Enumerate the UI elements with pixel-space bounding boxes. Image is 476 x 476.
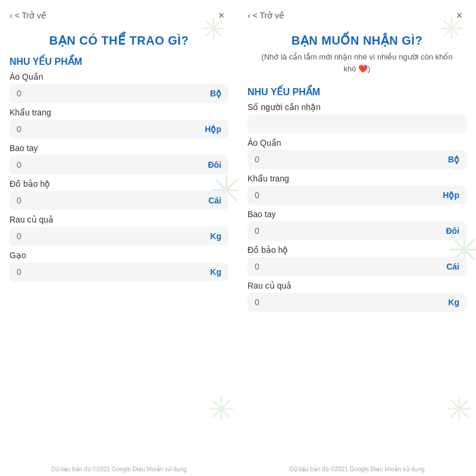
close-button-2[interactable]: × — [452, 8, 466, 23]
field-label-bao-tay-2: Bao tay — [248, 209, 466, 219]
field-row-bao-tay-1: Đôi — [10, 155, 228, 174]
field-label-do-bao-ho-2: Đồ bảo hộ — [248, 245, 466, 255]
field-label-khau-trang-1: Khẩu trang — [10, 108, 228, 117]
back-label-2: < Trở về — [253, 11, 284, 20]
panel1-section-title: NHU YẾU PHẨM — [10, 56, 228, 67]
field-unit-do-bao-ho-2: Cái — [441, 262, 459, 271]
panel-receive: ✳ ✳ ✳ ‹ < Trở về × BẠN MUỐN NHẬN GÌ? (Nh… — [238, 0, 476, 476]
field-label-do-bao-ho-1: Đồ bảo hộ — [10, 179, 228, 189]
back-button-2[interactable]: ‹ < Trở về — [248, 11, 284, 20]
field-label-so-nguoi: Số người cần nhận — [248, 102, 466, 112]
field-unit-rau-cu-qua-2: Kg — [441, 298, 459, 307]
field-input-khau-trang-2[interactable] — [255, 190, 441, 200]
field-row-rau-cu-qua-2: Kg — [248, 293, 466, 312]
field-row-khau-trang-2: Hộp — [248, 186, 466, 205]
field-label-khau-trang-2: Khẩu trang — [248, 174, 466, 183]
field-row-ao-quan-1: Bộ — [10, 84, 228, 103]
back-label-1: < Trở về — [15, 11, 46, 20]
field-input-gao-1[interactable] — [17, 267, 203, 277]
field-unit-rau-cu-qua-1: Kg — [203, 231, 221, 241]
field-unit-bao-tay-2: Đôi — [441, 226, 459, 236]
field-row-gao-1: Kg — [10, 262, 228, 281]
chevron-left-icon-2: ‹ — [248, 11, 250, 20]
field-input-khau-trang-1[interactable] — [17, 124, 203, 134]
field-row-do-bao-ho-1: Cái — [10, 191, 228, 210]
panel1-scroll: NHU YẾU PHẨM Áo Quần Bộ Khẩu trang Hộp B… — [0, 50, 238, 462]
field-input-bao-tay-2[interactable] — [255, 226, 441, 236]
panel2-section-title: NHU YẾU PHẨM — [248, 86, 466, 98]
field-unit-ao-quan-1: Bộ — [203, 89, 221, 98]
panel1-footer: Dữ liệu bản đồ ©2021 Google Điều khoản s… — [0, 462, 238, 476]
field-unit-khau-trang-1: Hộp — [203, 124, 221, 134]
field-input-so-nguoi[interactable] — [255, 119, 441, 129]
field-input-rau-cu-qua-2[interactable] — [255, 298, 441, 307]
field-unit-gao-1: Kg — [203, 267, 221, 277]
field-row-do-bao-ho-2: Cái — [248, 257, 466, 276]
field-input-rau-cu-qua-1[interactable] — [17, 231, 203, 241]
field-unit-khau-trang-2: Hộp — [441, 190, 459, 200]
field-label-ao-quan-2: Áo Quần — [248, 138, 466, 148]
close-button-1[interactable]: × — [214, 8, 228, 23]
field-label-gao-1: Gạo — [10, 250, 228, 260]
field-label-rau-cu-qua-2: Rau củ quả — [248, 281, 466, 290]
field-label-ao-quan-1: Áo Quần — [10, 72, 228, 82]
field-input-bao-tay-1[interactable] — [17, 160, 203, 170]
back-button-1[interactable]: ‹ < Trở về — [10, 11, 46, 20]
field-unit-do-bao-ho-1: Cái — [203, 196, 221, 205]
field-input-do-bao-ho-2[interactable] — [255, 262, 441, 271]
field-label-rau-cu-qua-1: Rau củ quả — [10, 215, 228, 224]
field-input-do-bao-ho-1[interactable] — [17, 196, 203, 205]
panel1-header: ‹ < Trở về × — [0, 0, 238, 27]
panel2-footer: Dữ liệu bản đồ ©2021 Google Điều khoản s… — [238, 462, 476, 476]
panel2-header: ‹ < Trở về × — [238, 0, 476, 27]
panel2-scroll: NHU YẾU PHẨM Số người cần nhận Áo Quần B… — [238, 80, 476, 462]
field-row-khau-trang-1: Hộp — [10, 120, 228, 139]
panel2-title: BẠN MUỐN NHẬN GÌ? — [238, 27, 476, 50]
field-row-ao-quan-2: Bộ — [248, 150, 466, 169]
field-label-bao-tay-1: Bao tay — [10, 143, 228, 153]
field-row-rau-cu-qua-1: Kg — [10, 227, 228, 246]
field-row-bao-tay-2: Đôi — [248, 221, 466, 240]
field-input-ao-quan-1[interactable] — [17, 89, 203, 98]
heart-icon: ❤️ — [358, 64, 368, 73]
chevron-left-icon: ‹ — [10, 11, 12, 20]
field-unit-bao-tay-1: Đôi — [203, 160, 221, 170]
panel2-subtitle: (Nhớ là cần lắm mới nhận nhé vì nhiều ng… — [238, 50, 476, 80]
field-input-ao-quan-2[interactable] — [255, 155, 441, 164]
field-row-so-nguoi — [248, 114, 466, 133]
panel-give: ✳ ✳ ✳ ‹ < Trở về × BẠN CÓ THỂ TRAO GÌ? N… — [0, 0, 238, 476]
panel1-title: BẠN CÓ THỂ TRAO GÌ? — [0, 27, 238, 50]
field-unit-ao-quan-2: Bộ — [441, 155, 459, 164]
